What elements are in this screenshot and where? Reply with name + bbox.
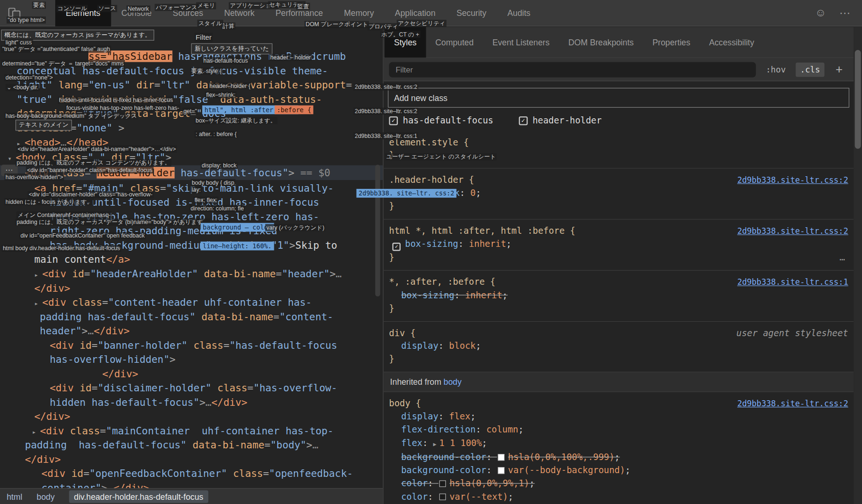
- translation-overlay: スタイル: [197, 20, 223, 27]
- translation-overlay: flex; flex:: [193, 196, 219, 203]
- translation-overlay: html body div.header-holder.has-default-…: [2, 245, 121, 252]
- translation-overlay: メイン Containeruhf-containerhasq-: [16, 211, 111, 218]
- translation-overlay: ⌄ <body dir.: [6, 84, 40, 91]
- translation-overlay: has-default-focus: [202, 57, 249, 64]
- translation-overlay: ユーザー エージェント のスタイルシート: [385, 153, 497, 160]
- translation-overlay: lay:: [190, 186, 202, 193]
- translation-overlay: 2d9bb338. site–ltr. css:2: [354, 83, 418, 90]
- translation-overlay: "do type html>: [7, 16, 46, 23]
- translation-overlay: 要素. style {: [190, 67, 222, 74]
- devtools-canvas: ElementsConsoleSourcesNetworkPerformance…: [0, 0, 862, 504]
- translation-overlay: 監査: [296, 3, 310, 10]
- translation-overlay: flex–shrink:: [205, 91, 236, 98]
- translation-overlay: Filter: [195, 33, 213, 42]
- translation-overlay: 2d9bb338. site–ltr. css:2: [354, 108, 418, 115]
- translation-overlay: hidden には - focus があります。: [4, 198, 94, 205]
- translation-overlay: プロパティ: [367, 23, 399, 30]
- translation-overlay: ソース: [97, 5, 117, 12]
- translation-overlay: background – color: [201, 223, 274, 232]
- translation-overlay: :before {: [275, 105, 314, 114]
- translation-overlay: 2d9bb338. site–ltr. css:2: [357, 189, 457, 198]
- translation-overlay: determined="tue" データ ＝ target="docs" mms: [1, 60, 125, 67]
- translation-overlay: "true" データ ="authenticated" false" augh: [1, 45, 111, 52]
- translation-overlay: vary (バックラウンド): [265, 224, 326, 231]
- translation-overlay: 計算: [221, 22, 235, 29]
- translation-overlay: has-overflow-hidden">: [4, 173, 64, 180]
- translation-overlay: 2d9bb338. site–ltr. css:1: [354, 132, 418, 139]
- translation-overlay: detection="none">: [4, 74, 54, 81]
- translation-overlay: コンソール: [56, 5, 88, 12]
- translation-overlay: DOM ブレークポイント: [305, 21, 369, 28]
- translation-overlay: direction: column; fle: [190, 205, 245, 212]
- translation-overlay: テキストのメイン: [15, 120, 72, 130]
- translation-overlay: get=": [183, 108, 198, 115]
- translation-overlay: padding には、既定のフォーカス コンテンツがあります。: [15, 159, 171, 166]
- translation-overlay: div id="openFeedbackContainer" open feed…: [19, 232, 146, 239]
- translation-overlay: メモリ: [196, 2, 216, 9]
- translation-overlay: アクセシビリティ: [397, 20, 446, 27]
- translation-overlay: : after. : before {: [195, 130, 238, 137]
- translation-overlays: 要素コンソールソースNetworkパフォーマンスメモリアプリケーションセキュリテ…: [0, 0, 862, 504]
- translation-overlay: display: block: [201, 162, 238, 169]
- translation-overlay: <div id="headerAreaHolder" data-bi-name=…: [16, 145, 177, 152]
- translation-overlay: box–サイズ設定: 継承します。: [195, 117, 278, 124]
- translation-overlay: line–height: 160%.: [201, 242, 274, 251]
- translation-overlay: <div id="banner-holder" class="has-defau…: [26, 166, 153, 173]
- translation-overlay: header – holder: [269, 54, 312, 61]
- translation-overlay: focus-visible has-top-zero has-left-zero…: [65, 104, 180, 111]
- translation-overlay: header–holder {: [208, 82, 251, 89]
- translation-overlay: body body { disp: [190, 179, 235, 186]
- translation-overlay: 要素: [32, 2, 46, 9]
- translation-overlay: 新しいクラスを持っていた: [191, 43, 272, 54]
- translation-overlay: <div id="disclaimer-holder" class="has-o…: [28, 191, 153, 198]
- translation-overlay: パフォーマンス: [155, 4, 198, 11]
- translation-overlay: hidden-until-focused is-fixed has-inner-…: [58, 97, 174, 104]
- devtools-window: ElementsConsoleSourcesNetworkPerformance…: [0, 0, 862, 504]
- translation-overlay: ホブ。CT の +: [380, 31, 420, 38]
- translation-overlay: padding には、既定のフォーカス*データ (bi)name="body">…: [15, 218, 210, 225]
- translation-overlay: has-body-background-medium" タブ インデックス: [4, 113, 138, 120]
- translation-overlay: Network: [126, 6, 150, 13]
